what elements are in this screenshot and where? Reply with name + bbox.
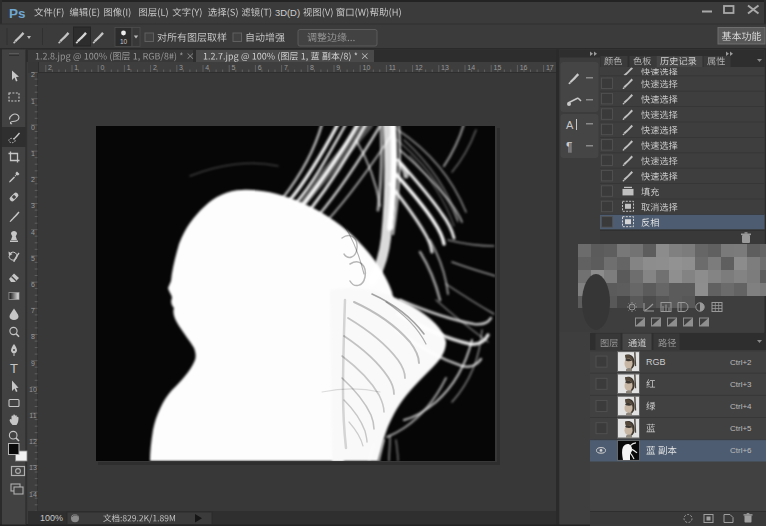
svg-text:¶: ¶	[566, 140, 572, 154]
svg-text:10: 10	[29, 386, 37, 393]
svg-text:6: 6	[31, 281, 35, 288]
svg-text:12: 12	[415, 64, 423, 71]
svg-text:16: 16	[520, 64, 528, 71]
svg-text:7: 7	[284, 64, 288, 71]
svg-text:17: 17	[546, 64, 554, 71]
svg-text:6: 6	[258, 64, 262, 71]
svg-text:2: 2	[153, 64, 157, 71]
svg-text:Ctrl+5: Ctrl+5	[730, 424, 752, 433]
svg-text:9: 9	[31, 360, 35, 367]
svg-text:1: 1	[127, 64, 131, 71]
svg-text:11: 11	[389, 64, 396, 71]
svg-text:1: 1	[31, 98, 35, 105]
svg-text:T: T	[10, 361, 18, 376]
svg-text:11: 11	[29, 412, 36, 419]
svg-text:3: 3	[31, 202, 35, 209]
svg-text:13: 13	[441, 64, 449, 71]
svg-text:0: 0	[31, 124, 35, 131]
svg-text:4: 4	[205, 64, 209, 71]
svg-text:A: A	[566, 119, 574, 131]
svg-text:8: 8	[310, 64, 314, 71]
svg-text:12: 12	[29, 438, 37, 445]
svg-text:7: 7	[31, 307, 35, 314]
svg-text:100%: 100%	[40, 513, 63, 523]
svg-text:10: 10	[363, 64, 371, 71]
svg-text:RGB: RGB	[646, 357, 666, 367]
svg-text:8: 8	[31, 333, 35, 340]
svg-text:10: 10	[120, 38, 128, 45]
svg-text:5: 5	[31, 255, 35, 262]
svg-text:2: 2	[48, 64, 52, 71]
svg-text:Ctrl+3: Ctrl+3	[730, 380, 752, 389]
svg-text:1: 1	[31, 150, 35, 157]
svg-text:0: 0	[101, 64, 105, 71]
svg-text:2: 2	[31, 176, 35, 183]
svg-text:4: 4	[31, 229, 35, 236]
svg-text:2: 2	[31, 71, 35, 78]
svg-text:14: 14	[467, 64, 475, 71]
svg-text:9: 9	[336, 64, 340, 71]
svg-text:Ctrl+2: Ctrl+2	[730, 358, 752, 367]
svg-text:Ctrl+4: Ctrl+4	[730, 402, 752, 411]
svg-text:3D(D): 3D(D)	[275, 7, 300, 18]
svg-text:13: 13	[29, 464, 37, 471]
svg-text:15: 15	[494, 64, 502, 71]
svg-text:Ctrl+6: Ctrl+6	[730, 446, 752, 455]
svg-text:1: 1	[74, 64, 78, 71]
svg-text:3: 3	[179, 64, 183, 71]
svg-text:14: 14	[29, 491, 37, 498]
svg-text:Ps: Ps	[9, 6, 26, 21]
svg-text:5: 5	[232, 64, 236, 71]
